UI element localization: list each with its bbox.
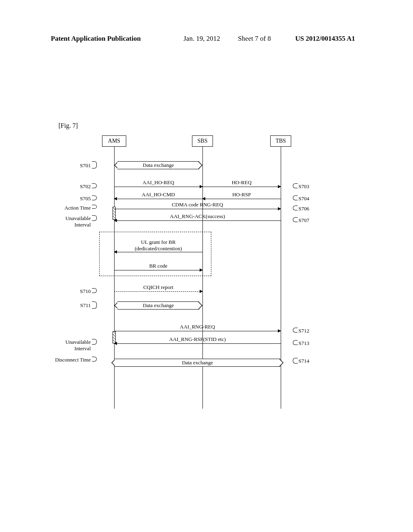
msg-data-exchange-3: Data exchange <box>111 359 284 367</box>
msg-label: AAI_HO-REQ <box>114 179 202 186</box>
msg-label: AAI_RNG-RSP(STID etc) <box>114 336 281 343</box>
page: Patent Application Publication Jan. 19, … <box>0 0 413 532</box>
publication-date: Jan. 19, 2012 <box>184 35 220 43</box>
msg-label: AAI_RNG-REQ <box>114 324 281 330</box>
curve-icon <box>92 339 97 345</box>
curve-icon <box>293 328 298 332</box>
msg-data-exchange-1: Data exchange <box>114 161 202 169</box>
line-icon <box>114 187 202 187</box>
msg-label: UL grant for BR (dedicated/contention) <box>114 239 202 252</box>
step-s712: S712 <box>298 328 309 334</box>
msg-label: Data exchange <box>115 359 280 367</box>
curve-icon <box>293 183 298 188</box>
step-s714: S714 <box>298 358 309 364</box>
msg-label: BR code <box>114 263 202 269</box>
curve-icon <box>293 358 298 364</box>
msg-label: HO-REQ <box>202 179 281 186</box>
curve-icon <box>92 357 97 362</box>
msg-data-exchange-2: Data exchange <box>114 301 202 310</box>
arrow-right-icon <box>198 301 202 310</box>
arrow-left-icon <box>202 197 205 200</box>
line-icon <box>202 199 281 199</box>
curve-icon <box>92 288 97 293</box>
step-s704: S704 <box>298 195 309 202</box>
msg-label: Data exchange <box>117 301 199 310</box>
arrow-left-icon <box>114 197 117 200</box>
step-s706: S706 <box>298 206 309 212</box>
msg-label: CDMA code RNG-REQ <box>114 202 281 208</box>
step-s701: S701 <box>60 162 91 169</box>
step-s710: S710 <box>60 288 91 295</box>
curve-icon <box>293 206 298 210</box>
line-icon <box>202 187 281 187</box>
step-s711: S711 <box>60 302 91 309</box>
figure-label: [Fig. 7] <box>58 122 78 129</box>
arrow-right-icon <box>198 161 202 169</box>
sheet-number: Sheet 7 of 8 <box>238 35 271 43</box>
curve-icon <box>92 161 97 168</box>
actor-ams: AMS <box>102 135 126 147</box>
curve-icon <box>92 215 97 221</box>
msg-label: HO-RSP <box>202 191 281 198</box>
curve-icon <box>92 205 97 209</box>
msg-label: AAI_HO-CMD <box>114 191 202 198</box>
publication-label: Patent Application Publication <box>51 35 141 43</box>
msg-label: CQICH report <box>114 284 202 291</box>
label-unavailable-2: Unavailable Interval <box>52 339 91 352</box>
curve-icon <box>92 183 97 188</box>
lifeline-ams <box>114 147 115 409</box>
line-icon <box>114 209 281 209</box>
arrow-right-icon <box>200 290 203 293</box>
sequence-diagram: AMS SBS TBS S701 S702 S705 Action Time U… <box>60 133 359 415</box>
msg-label: AAI_RNG-ACK(success) <box>114 213 281 220</box>
actor-tbs: TBS <box>270 135 291 147</box>
step-s703: S703 <box>298 183 309 190</box>
line-icon <box>114 220 281 221</box>
line-icon <box>114 270 202 270</box>
arrow-right-icon <box>278 185 281 188</box>
actor-sbs: SBS <box>192 135 213 147</box>
arrow-right-icon <box>278 329 281 332</box>
step-s713: S713 <box>298 340 309 347</box>
curve-icon <box>293 195 298 200</box>
arrow-left-icon <box>114 250 117 254</box>
arrow-right-icon <box>278 207 281 210</box>
dashed-line-icon <box>114 291 202 292</box>
line-icon <box>114 199 202 199</box>
curve-icon <box>293 217 298 222</box>
arrow-left-icon <box>114 342 117 345</box>
step-s705: S705 <box>60 195 91 202</box>
label-disconnect: Disconnect Time <box>46 357 91 363</box>
step-s702: S702 <box>60 183 91 190</box>
curve-icon <box>92 195 97 200</box>
optional-box <box>99 232 211 276</box>
arrow-right-icon <box>200 268 203 272</box>
line-icon <box>114 331 281 331</box>
label-action-time: Action Time <box>52 205 91 211</box>
publication-number: US 2012/0014355 A1 <box>295 35 355 43</box>
step-s707: S707 <box>298 217 309 224</box>
label-unavailable-1: Unavailable Interval <box>52 215 91 228</box>
arrow-right-icon <box>280 359 284 367</box>
curve-icon <box>293 340 298 345</box>
line-icon <box>114 343 281 344</box>
msg-label: Data exchange <box>117 161 199 169</box>
arrow-left-icon <box>114 219 117 222</box>
curve-icon <box>92 301 97 309</box>
line-icon <box>114 252 202 252</box>
